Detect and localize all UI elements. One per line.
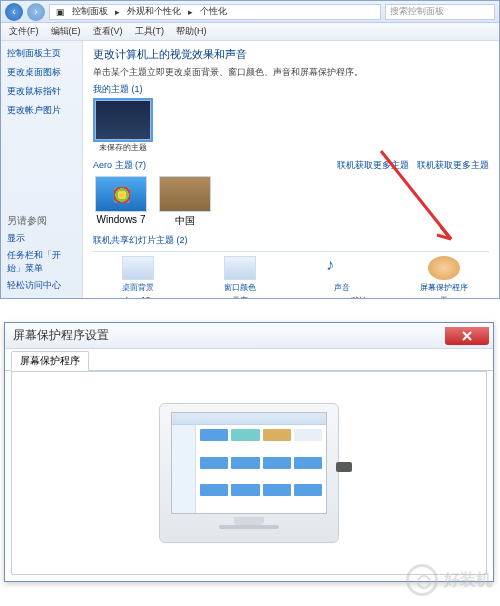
theme-label: 未保存的主题 [99,142,147,153]
screensaver-icon [428,256,460,280]
menu-view[interactable]: 查看(V) [93,25,123,38]
menu-help[interactable]: 帮助(H) [176,25,207,38]
theme-thumbnail [159,176,211,212]
sidebar-see-also: 另请参阅 显示 任务栏和「开始」菜单 轻松访问中心 [7,214,76,292]
breadcrumb[interactable]: ▣ 控制面板▸ 外观和个性化▸ 个性化 [49,4,381,20]
menu-bar: 文件(F) 编辑(E) 查看(V) 工具(T) 帮助(H) [1,23,499,41]
tab-strip: 屏幕保护程序 [5,349,493,371]
webcam-icon [336,462,352,472]
link-more-themes[interactable]: 联机获取更多主题 [337,159,409,172]
window-color-icon [224,256,256,280]
sound-icon [326,256,358,280]
menu-file[interactable]: 文件(F) [9,25,39,38]
see-also-label: 另请参阅 [7,214,76,228]
theme-thumbnail [95,176,147,212]
brand-text: 好装机 [444,570,492,591]
bottom-name: 窗口颜色 [224,282,256,293]
online-slideshow-link[interactable]: 联机共享幻灯片主题 (2) [93,234,489,247]
menu-tools[interactable]: 工具(T) [135,25,165,38]
body: 控制面板主页 更改桌面图标 更改鼠标指针 更改帐户图片 另请参阅 显示 任务栏和… [1,41,499,298]
theme-label: Windows 7 [97,214,146,225]
forward-button[interactable]: › [27,3,45,21]
my-themes: 未保存的主题 [93,100,489,153]
theme-china[interactable]: 中国 [157,176,213,228]
bottom-name: 声音 [334,282,350,293]
desktop-bg-icon [122,256,154,280]
bottom-desktop-background[interactable]: 桌面背景 Img 13 [103,256,173,298]
sidebar-item-account-picture[interactable]: 更改帐户图片 [7,104,76,117]
back-button[interactable]: ‹ [5,3,23,21]
main-pane: 更改计算机上的视觉效果和声音 单击某个主题立即更改桌面背景、窗口颜色、声音和屏幕… [83,41,499,298]
sidebar-display[interactable]: 显示 [7,232,76,245]
bottom-name: 屏幕保护程序 [420,282,468,293]
theme-label: 中国 [175,214,195,228]
sidebar-item-mouse-pointer[interactable]: 更改鼠标指针 [7,85,76,98]
theme-unsaved[interactable]: 未保存的主题 [93,100,153,153]
sidebar: 控制面板主页 更改桌面图标 更改鼠标指针 更改帐户图片 另请参阅 显示 任务栏和… [1,41,83,298]
brand-logo-icon [406,564,438,596]
page-title: 更改计算机上的视觉效果和声音 [93,47,489,62]
bottom-window-color[interactable]: 窗口颜色 天空 [205,256,275,298]
bottom-value: Windows 默认 [317,295,368,298]
crumb-icon: ▣ [54,7,67,17]
aero-themes-label[interactable]: Aero 主题 (7) [93,159,327,172]
close-button[interactable] [445,327,489,345]
titlebar: ‹ › ▣ 控制面板▸ 外观和个性化▸ 个性化 搜索控制面板 [1,1,499,23]
link-more-themes-2[interactable]: 联机获取更多主题 [417,159,489,172]
theme-thumbnail [95,100,151,140]
sidebar-taskbar[interactable]: 任务栏和「开始」菜单 [7,249,76,275]
my-themes-label[interactable]: 我的主题 (1) [93,83,489,96]
sidebar-item-desktop-icons[interactable]: 更改桌面图标 [7,66,76,79]
menu-edit[interactable]: 编辑(E) [51,25,81,38]
bottom-value: 天空 [232,295,248,298]
watermark-brand: 好装机 [406,564,492,596]
bottom-sound[interactable]: 声音 Windows 默认 [307,256,377,298]
crumb-item[interactable]: 个性化 [198,5,229,18]
search-input[interactable]: 搜索控制面板 [385,4,495,20]
dialog-titlebar: 屏幕保护程序设置 [5,323,493,349]
dialog-title: 屏幕保护程序设置 [13,327,109,344]
bottom-value: 无 [440,295,448,298]
page-subtitle: 单击某个主题立即更改桌面背景、窗口颜色、声音和屏幕保护程序。 [93,66,489,79]
bottom-name: 桌面背景 [122,282,154,293]
screensaver-dialog: 屏幕保护程序设置 屏幕保护程序 [4,322,494,582]
right-links: 联机获取更多主题 联机获取更多主题 [337,159,489,172]
preview-monitor [159,403,339,543]
preview-screen [171,412,327,514]
aero-themes: Windows 7 中国 [93,176,489,228]
theme-windows7[interactable]: Windows 7 [93,176,149,228]
bottom-screensaver[interactable]: 屏幕保护程序 无 [409,256,479,298]
crumb-item[interactable]: 外观和个性化 [125,5,183,18]
tab-screensaver[interactable]: 屏幕保护程序 [11,351,89,371]
control-panel-window: ‹ › ▣ 控制面板▸ 外观和个性化▸ 个性化 搜索控制面板 文件(F) 编辑(… [0,0,500,299]
close-icon [462,331,472,341]
sidebar-ease-access[interactable]: 轻松访问中心 [7,279,76,292]
bottom-strip: 桌面背景 Img 13 窗口颜色 天空 声音 Windows 默认 屏幕保护程序… [93,251,489,298]
tab-pane [11,371,487,575]
bottom-value: Img 13 [126,295,150,298]
sidebar-item-home[interactable]: 控制面板主页 [7,47,76,60]
crumb-item[interactable]: 控制面板 [70,5,110,18]
